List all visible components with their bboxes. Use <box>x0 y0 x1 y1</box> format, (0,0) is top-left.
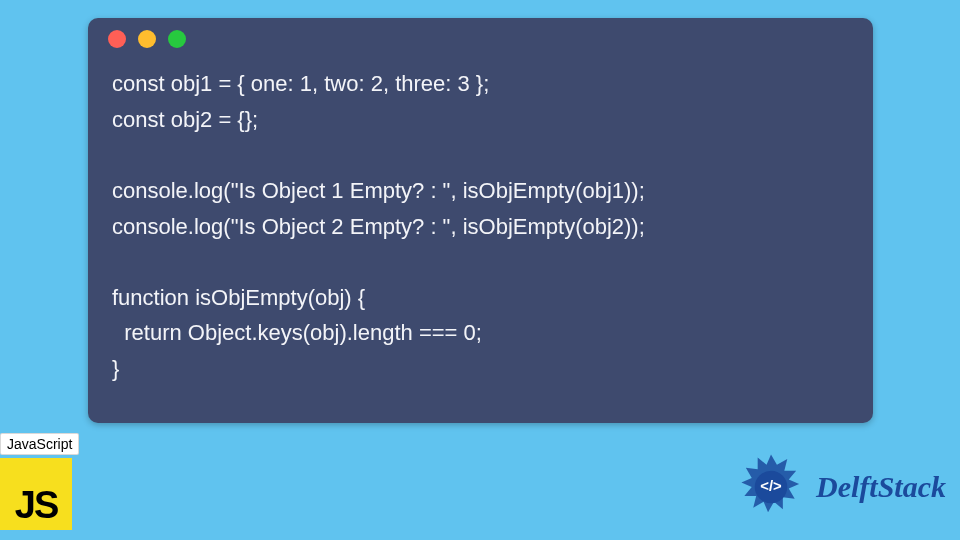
close-icon <box>108 30 126 48</box>
delftstack-name: DelftStack <box>816 470 946 504</box>
maximize-icon <box>168 30 186 48</box>
javascript-logo-icon: JS <box>0 458 72 530</box>
svg-text:</>: </> <box>760 478 782 494</box>
code-content: const obj1 = { one: 1, two: 2, three: 3 … <box>88 60 873 407</box>
javascript-logo-text: JS <box>15 486 57 524</box>
code-window: const obj1 = { one: 1, two: 2, three: 3 … <box>88 18 873 423</box>
javascript-label: JavaScript <box>0 433 79 455</box>
delftstack-logo-icon: </> <box>734 450 808 524</box>
delftstack-brand: </> DelftStack <box>734 450 946 524</box>
window-titlebar <box>88 18 873 60</box>
minimize-icon <box>138 30 156 48</box>
javascript-badge: JavaScript JS <box>0 433 82 530</box>
